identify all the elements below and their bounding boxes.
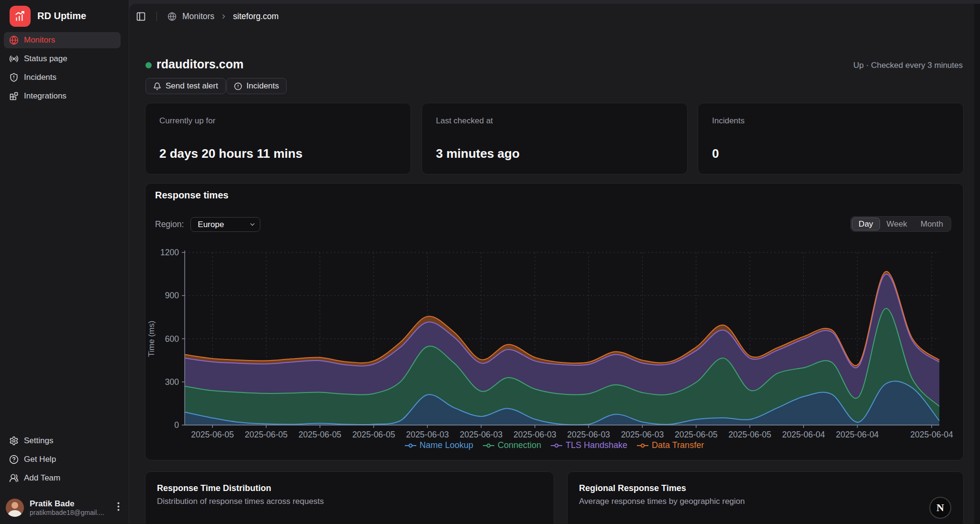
svg-text:2025-06-04: 2025-06-04 <box>910 430 953 439</box>
sidebar-item-label: Get Help <box>24 455 56 464</box>
stat-label: Incidents <box>712 116 745 126</box>
legend-item[interactable]: Connection <box>483 440 541 450</box>
stat-label: Last checked at <box>436 116 493 126</box>
svg-text:2025-06-04: 2025-06-04 <box>836 430 879 439</box>
svg-text:900: 900 <box>165 291 179 300</box>
globe-icon <box>167 12 177 21</box>
stat-card-last-checked: Last checked at 3 minutes ago <box>422 103 688 175</box>
breadcrumb-current[interactable]: siteforg.com <box>233 11 278 22</box>
svg-text:2025-06-05: 2025-06-05 <box>352 430 395 439</box>
range-toggle: Day Week Month <box>850 216 951 232</box>
sidebar-item-add-team[interactable]: Add Team <box>4 470 121 486</box>
send-test-alert-button[interactable]: Send test alert <box>145 78 226 94</box>
response-distribution-card: Response Time Distribution Distribution … <box>145 471 554 524</box>
card-title: Regional Response Times <box>579 483 686 493</box>
range-option-week[interactable]: Week <box>880 218 914 230</box>
svg-text:1200: 1200 <box>160 248 179 257</box>
svg-text:2025-06-03: 2025-06-03 <box>460 430 503 439</box>
blocks-icon <box>9 91 19 101</box>
stat-card-uptime: Currently up for 2 days 20 hours 11 mins <box>145 103 411 175</box>
page-title: rdauditors.com <box>156 57 244 71</box>
legend-marker-icon <box>637 443 648 448</box>
sidebar-toggle-icon[interactable] <box>136 11 146 22</box>
send-test-alert-label: Send test alert <box>166 81 218 91</box>
alert-circle-icon <box>234 82 242 90</box>
svg-text:2025-06-03: 2025-06-03 <box>567 430 610 439</box>
broadcast-icon <box>9 54 19 64</box>
sidebar: RD Uptime Monitors Status page Incidents… <box>0 0 129 524</box>
svg-text:2025-06-03: 2025-06-03 <box>513 430 557 439</box>
topbar: Monitors siteforg.com <box>136 4 970 29</box>
legend-item[interactable]: Data Transfer <box>637 440 704 450</box>
svg-text:2025-06-04: 2025-06-04 <box>782 430 825 439</box>
chart-legend: Name Lookup Connection TLS Handshake Dat… <box>145 440 963 450</box>
sidebar-item-integrations[interactable]: Integrations <box>4 88 121 104</box>
svg-text:2025-06-05: 2025-06-05 <box>245 430 288 439</box>
range-option-day[interactable]: Day <box>852 218 880 230</box>
card-subtitle: Distribution of response times across re… <box>157 497 324 506</box>
user-profile[interactable]: Pratik Bade pratikmbade18@gmail.... <box>6 496 123 519</box>
shield-alert-icon <box>9 73 19 82</box>
stat-label: Currently up for <box>159 116 215 126</box>
topbar-divider <box>156 11 157 21</box>
sidebar-item-monitors[interactable]: Monitors <box>4 32 121 48</box>
profile-email: pratikmbade18@gmail.... <box>30 509 104 517</box>
sidebar-item-label: Incidents <box>24 73 56 82</box>
range-option-month[interactable]: Month <box>914 218 950 230</box>
stat-value: 2 days 20 hours 11 mins <box>159 146 302 161</box>
legend-label: TLS Handshake <box>566 440 627 450</box>
legend-label: Data Transfer <box>652 440 704 450</box>
chevron-right-icon <box>220 13 227 20</box>
status-dot <box>145 62 152 68</box>
sidebar-item-status-page[interactable]: Status page <box>4 51 121 67</box>
card-title: Response Time Distribution <box>157 483 271 493</box>
app-name: RD Uptime <box>37 11 86 22</box>
nextjs-badge[interactable]: N <box>929 497 951 519</box>
sidebar-item-settings[interactable]: Settings <box>4 433 121 449</box>
stat-value: 3 minutes ago <box>436 146 520 161</box>
more-vertical-icon[interactable] <box>117 502 120 513</box>
svg-text:0: 0 <box>174 420 179 430</box>
incidents-label: Incidents <box>246 81 279 91</box>
legend-marker-icon <box>405 443 416 448</box>
region-label: Region: <box>155 219 184 229</box>
gear-icon <box>9 436 19 446</box>
globe-icon <box>9 35 19 45</box>
legend-item[interactable]: TLS Handshake <box>551 440 627 450</box>
svg-text:2025-06-05: 2025-06-05 <box>299 430 342 439</box>
sidebar-item-label: Add Team <box>24 473 60 483</box>
status-summary: Up · Checked every 3 minutes <box>853 61 963 70</box>
help-circle-icon <box>9 455 19 464</box>
regional-response-card: Regional Response Times Average response… <box>567 471 964 524</box>
sidebar-item-label: Integrations <box>24 91 67 101</box>
legend-label: Connection <box>498 440 541 450</box>
legend-item[interactable]: Name Lookup <box>405 440 473 450</box>
region-select[interactable]: Europe <box>190 217 260 232</box>
users-icon <box>9 473 19 483</box>
sidebar-item-incidents[interactable]: Incidents <box>4 69 121 86</box>
profile-name: Pratik Bade <box>30 499 104 509</box>
incidents-button[interactable]: Incidents <box>226 78 287 94</box>
breadcrumb-monitors[interactable]: Monitors <box>182 11 214 22</box>
svg-text:300: 300 <box>165 377 179 387</box>
sidebar-item-label: Settings <box>24 436 53 446</box>
avatar <box>6 499 24 517</box>
svg-text:2025-06-05: 2025-06-05 <box>191 430 234 439</box>
legend-marker-icon <box>551 443 562 448</box>
response-times-chart[interactable]: 030060090012002025-06-052025-06-052025-0… <box>146 243 960 439</box>
legend-label: Name Lookup <box>420 440 473 450</box>
response-times-card: Response times Region: Europe Day Week M… <box>145 183 964 460</box>
svg-text:2025-06-03: 2025-06-03 <box>621 430 664 439</box>
bar-chart-trend-icon <box>14 10 26 22</box>
svg-text:2025-06-05: 2025-06-05 <box>728 430 771 439</box>
sidebar-item-get-help[interactable]: Get Help <box>4 451 121 468</box>
sidebar-item-label: Status page <box>24 54 67 64</box>
legend-marker-icon <box>483 443 494 448</box>
app-logo[interactable] <box>10 6 31 27</box>
sidebar-item-label: Monitors <box>24 35 55 45</box>
scrollbar-track[interactable] <box>974 4 980 524</box>
region-row: Region: Europe <box>155 217 260 232</box>
response-times-title: Response times <box>155 190 228 201</box>
svg-text:Time (ms): Time (ms) <box>147 321 156 357</box>
svg-text:600: 600 <box>165 334 179 344</box>
